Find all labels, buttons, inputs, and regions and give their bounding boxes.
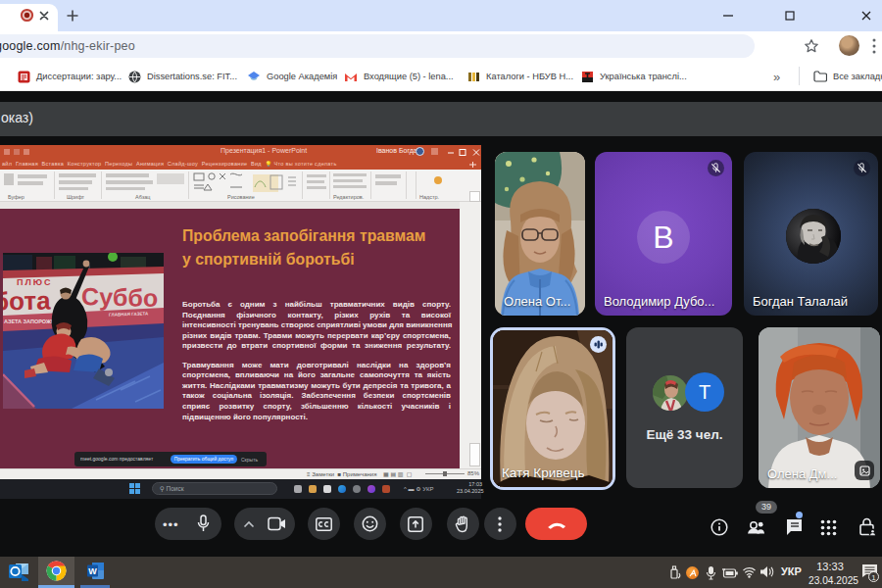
svg-text:W: W [88,566,97,576]
svg-text:АЗЕТА ЗАПОРОЖЬЯ: АЗЕТА ЗАПОРОЖЬЯ [4,318,59,324]
svg-text:Суббо: Суббо [81,282,159,312]
svg-text:бота: бота [3,285,51,316]
